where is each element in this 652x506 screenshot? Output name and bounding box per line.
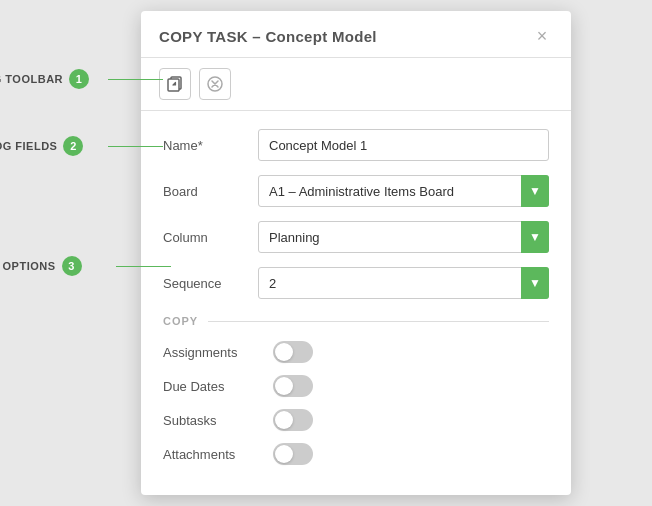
assignments-label: Assignments <box>163 345 273 360</box>
divider-line <box>208 321 549 322</box>
sequence-label: Sequence <box>163 276 248 291</box>
copy-out-button[interactable] <box>159 68 191 100</box>
dialog-toolbar <box>141 58 571 111</box>
dialog-body: Name* Board A1 – Administrative Items Bo… <box>141 111 571 495</box>
assignments-toggle[interactable] <box>273 341 313 363</box>
cancel-button[interactable] <box>199 68 231 100</box>
column-select[interactable]: Planning In Progress Done Review <box>258 221 549 253</box>
attachments-toggle[interactable] <box>273 443 313 465</box>
name-input[interactable] <box>258 129 549 161</box>
annotation-toolbar-badge: 1 <box>69 69 89 89</box>
annotation-fields: DIALOG FIELDS 2 <box>0 136 83 156</box>
board-select-wrapper: A1 – Administrative Items Board B1 – Dev… <box>258 175 549 207</box>
copy-task-dialog: DIALOG TOOLBAR 1 DIALOG FIELDS 2 COPY OP… <box>141 11 571 495</box>
board-select[interactable]: A1 – Administrative Items Board B1 – Dev… <box>258 175 549 207</box>
annotation-fields-label: DIALOG FIELDS <box>0 140 57 152</box>
copy-section-label: COPY <box>163 315 198 327</box>
board-label: Board <box>163 184 248 199</box>
assignments-row: Assignments <box>163 341 549 363</box>
name-row: Name* <box>163 129 549 161</box>
sequence-select-wrapper: 1 2 3 4 5 ▼ <box>258 267 549 299</box>
column-select-wrapper: Planning In Progress Done Review ▼ <box>258 221 549 253</box>
annotation-toolbar: DIALOG TOOLBAR 1 <box>0 69 89 89</box>
sequence-select[interactable]: 1 2 3 4 5 <box>258 267 549 299</box>
cancel-circle-icon <box>206 75 224 93</box>
annotation-options-label: COPY OPTIONS <box>0 260 56 272</box>
copy-out-icon <box>166 75 184 93</box>
due-dates-row: Due Dates <box>163 375 549 397</box>
due-dates-label: Due Dates <box>163 379 273 394</box>
dialog-title: COPY TASK – Concept Model <box>159 28 377 45</box>
subtasks-toggle[interactable] <box>273 409 313 431</box>
column-row: Column Planning In Progress Done Review … <box>163 221 549 253</box>
close-button[interactable]: × <box>531 25 553 47</box>
column-label: Column <box>163 230 248 245</box>
annotation-fields-badge: 2 <box>63 136 83 156</box>
annotation-options: COPY OPTIONS 3 <box>0 256 82 276</box>
board-row: Board A1 – Administrative Items Board B1… <box>163 175 549 207</box>
dialog-header: COPY TASK – Concept Model × <box>141 11 571 58</box>
attachments-label: Attachments <box>163 447 273 462</box>
subtasks-row: Subtasks <box>163 409 549 431</box>
subtasks-label: Subtasks <box>163 413 273 428</box>
annotation-options-badge: 3 <box>62 256 82 276</box>
name-label: Name* <box>163 138 248 153</box>
sequence-row: Sequence 1 2 3 4 5 ▼ <box>163 267 549 299</box>
copy-section-divider: COPY <box>163 315 549 327</box>
attachments-row: Attachments <box>163 443 549 465</box>
due-dates-toggle[interactable] <box>273 375 313 397</box>
annotation-toolbar-label: DIALOG TOOLBAR <box>0 73 63 85</box>
